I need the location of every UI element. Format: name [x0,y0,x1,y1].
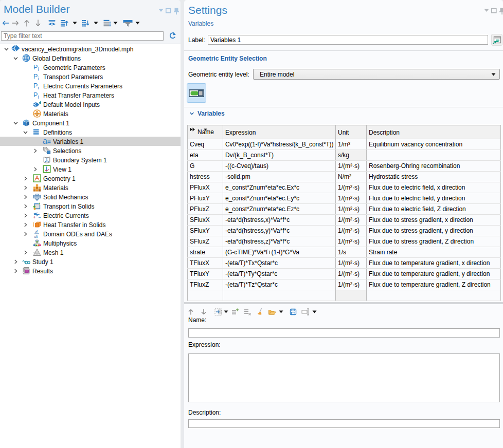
svg-text:+: + [33,215,35,220]
svg-text:i: i [38,85,39,90]
svg-text:i: i [38,76,39,81]
svg-text:P: P [33,91,38,99]
svg-text:i: i [38,66,39,72]
svg-text:−: − [39,215,41,220]
svg-text:a: a [43,137,47,145]
svg-text:P: P [33,82,38,89]
svg-text:P: P [33,73,38,80]
svg-text:dt: dt [34,234,38,238]
svg-text:i: i [38,94,39,100]
svg-text:P: P [33,64,38,71]
